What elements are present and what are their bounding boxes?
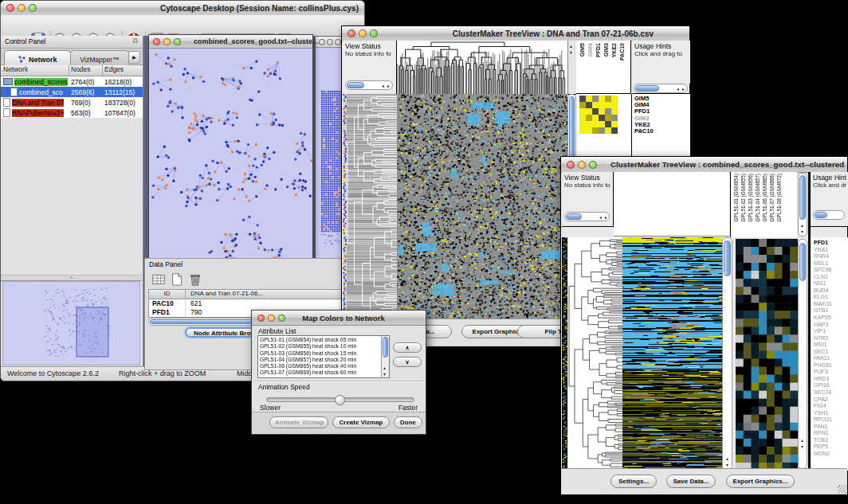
col-nodes[interactable]: Nodes xyxy=(69,65,103,76)
create-vizmap-button[interactable]: Create Vizmap xyxy=(332,416,390,428)
attribute-list-scrollbar[interactable]: ▴▾ xyxy=(381,336,389,377)
data-panel-row[interactable]: PAC10621 xyxy=(149,299,351,308)
move-up-button[interactable]: ∧ xyxy=(393,342,422,353)
gene-row-label[interactable]: GPI16 xyxy=(814,382,848,389)
gene-row-label[interactable]: CPA2 xyxy=(814,397,848,404)
minimize-icon[interactable] xyxy=(359,29,367,37)
minimize-icon[interactable] xyxy=(578,161,586,169)
gene-row-label[interactable]: YRA1 xyxy=(814,247,848,254)
gene-row-label[interactable]: HAP3 xyxy=(814,322,848,329)
network-row[interactable]: DNA and Tran 07769(0)183728(0) xyxy=(1,97,143,107)
save-data-button[interactable]: Save Data... xyxy=(666,475,716,488)
tv1-row-dendrogram[interactable] xyxy=(347,94,397,321)
slider-thumb[interactable] xyxy=(335,395,345,405)
gene-row-label[interactable]: BUD4 xyxy=(814,287,848,295)
tv1-column-dendrogram[interactable] xyxy=(397,41,567,95)
gene-row-label[interactable]: MSL1 xyxy=(814,260,848,268)
tab-overflow-button[interactable]: ▶ xyxy=(128,51,140,64)
gene-row-label[interactable]: ELG1 xyxy=(814,294,848,301)
array-column-label[interactable]: GPL51-07 (GSM868) xyxy=(769,174,775,221)
float-panel-icon[interactable]: ⧉ xyxy=(133,37,138,45)
close-icon[interactable] xyxy=(153,38,160,45)
gene-row-label[interactable]: MON2 xyxy=(814,451,848,458)
gene-column-label[interactable]: YKE2 xyxy=(611,43,617,57)
array-column-label[interactable]: GPL51-08 (GSM872) xyxy=(776,174,782,221)
gene-row-label[interactable]: GTB1 xyxy=(814,307,848,315)
attribute-item[interactable]: GPL51-03 (GSM856) heat shock 15 min xyxy=(260,350,389,357)
minimize-icon[interactable] xyxy=(327,39,333,45)
tv1-summary-heatmap[interactable] xyxy=(579,96,618,134)
gene-column-label[interactable]: PFD1 xyxy=(595,43,601,57)
close-icon[interactable] xyxy=(319,39,325,45)
tab-vizmapper[interactable]: VizMapper™ xyxy=(70,50,129,65)
zoom-icon[interactable] xyxy=(278,315,285,322)
gene-column-label[interactable]: GIM4 xyxy=(587,43,593,57)
delete-attribute-icon[interactable] xyxy=(188,272,202,287)
gene-row-label[interactable]: HRD3 xyxy=(814,376,848,383)
animate-vizmap-button[interactable]: Animate Vizmap xyxy=(269,416,328,428)
col-network[interactable]: Network xyxy=(1,65,69,76)
col-edges[interactable]: Edges xyxy=(103,65,143,76)
attribute-item[interactable]: GPL51-06 (GSM865) heat shock 40 min xyxy=(260,363,389,369)
tv2-detail-heatmap[interactable] xyxy=(736,239,798,471)
tv1-heatmap[interactable] xyxy=(397,94,567,321)
gene-row-label[interactable]: SEC1 xyxy=(814,349,848,356)
close-icon[interactable] xyxy=(347,29,355,37)
gene-row-label[interactable]: MAK31 xyxy=(814,301,848,308)
array-column-label[interactable]: GPL51-02 (GSM855) xyxy=(740,174,746,221)
attribute-list[interactable]: GPL51-01 (GSM854) heat shock 05 minGPL51… xyxy=(257,335,390,378)
main-titlebar[interactable]: Cytoscape Desktop (Session Name: collins… xyxy=(1,1,364,16)
gene-row-label[interactable]: RPO21 xyxy=(814,416,848,424)
zoom-icon[interactable] xyxy=(589,161,597,169)
gene-row-label[interactable]: PUF3 xyxy=(814,369,848,376)
gene-row-label[interactable]: PFD1 xyxy=(814,240,848,247)
gene-row-label[interactable]: SEC24 xyxy=(814,389,848,397)
network-window-1[interactable]: combined_scores_good.txt--cluste... xyxy=(148,34,313,293)
array-column-label[interactable]: GPL51-04 (GSM857) xyxy=(755,174,760,221)
view-status-scrollbar[interactable]: ◂▸ xyxy=(345,80,393,90)
array-column-label[interactable]: GPL51-06 (GSM865) xyxy=(762,174,768,221)
zoom-icon[interactable] xyxy=(174,38,181,45)
network-overview-canvas[interactable] xyxy=(3,282,139,361)
settings-button[interactable]: Settings... xyxy=(610,475,657,488)
gene-row-label[interactable]: FIG4 xyxy=(814,403,848,410)
array-column-label[interactable]: GPL51-03 (GSM856) xyxy=(748,174,753,221)
array-column-label[interactable]: GPL51-01 (GSM854) xyxy=(733,174,739,221)
close-icon[interactable] xyxy=(257,315,265,322)
new-attribute-icon[interactable] xyxy=(170,272,184,287)
gene-row-label[interactable]: VIP1 xyxy=(814,328,848,335)
tv2-column-dendrogram[interactable] xyxy=(614,172,729,236)
move-down-button[interactable]: ∨ xyxy=(393,357,422,367)
value-column-header[interactable]: DNA and Tran 07-21-06... xyxy=(186,290,351,299)
tv2-header-vscrollbar[interactable]: ▴▾ xyxy=(798,173,807,236)
gene-row-label[interactable]: HMG1 xyxy=(814,355,848,362)
attribute-select-icon[interactable] xyxy=(151,272,166,287)
zoom-icon[interactable] xyxy=(370,29,378,37)
tv2-detail-vscrollbar[interactable]: ▴▾ xyxy=(798,239,807,469)
attribute-item[interactable]: GPL51-07 (GSM868) heat shock 60 min xyxy=(260,369,389,376)
export-graphics-button[interactable]: Export Graphics... xyxy=(726,475,795,488)
attribute-item[interactable]: GPL51-04 (GSM857) heat shock 20 min xyxy=(260,357,389,363)
usage-hints-scrollbar[interactable] xyxy=(813,210,845,220)
close-icon[interactable] xyxy=(567,161,575,169)
gene-column-label[interactable]: GIM5 xyxy=(579,43,585,57)
tv2-row-dendrogram[interactable] xyxy=(568,237,622,471)
network-canvas-1[interactable] xyxy=(149,49,312,293)
id-column-header[interactable]: ID xyxy=(149,290,186,299)
tab-network[interactable]: Network xyxy=(4,50,71,65)
gene-column-label[interactable]: GIM3 xyxy=(603,43,609,57)
gene-row-label[interactable]: RPN1 xyxy=(814,430,848,437)
gene-row-label[interactable]: PEP5 xyxy=(814,443,848,451)
zoom-icon[interactable] xyxy=(29,4,37,12)
attribute-item[interactable]: GPL51-01 (GSM854) heat shock 05 min xyxy=(260,337,389,343)
network-overview-panel[interactable] xyxy=(2,281,140,365)
animation-speed-slider[interactable] xyxy=(266,397,414,402)
view-status-scrollbar[interactable]: ◂▸ xyxy=(564,212,610,221)
close-icon[interactable] xyxy=(6,4,14,12)
zoom-icon[interactable] xyxy=(335,39,341,45)
gene-row-label[interactable]: PAC10 xyxy=(634,128,690,135)
minimize-icon[interactable] xyxy=(18,4,26,12)
network-row[interactable]: combined_scores2764(0)16218(0) xyxy=(1,76,143,87)
attribute-item[interactable]: GPL51-02 (GSM855) heat shock 10 min xyxy=(260,343,389,350)
gene-row-label[interactable]: NIS1 xyxy=(814,280,848,287)
